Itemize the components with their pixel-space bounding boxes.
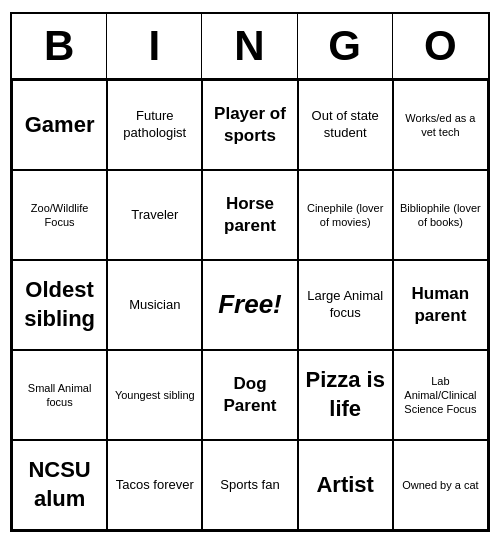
bingo-cell-1[interactable]: Future pathologist	[107, 80, 202, 170]
header-letter: I	[107, 14, 202, 78]
bingo-cell-23[interactable]: Artist	[298, 440, 393, 530]
header-letter: O	[393, 14, 488, 78]
bingo-header: BINGO	[12, 14, 488, 80]
bingo-cell-9[interactable]: Bibliophile (lover of books)	[393, 170, 488, 260]
bingo-cell-17[interactable]: Dog Parent	[202, 350, 297, 440]
bingo-cell-8[interactable]: Cinephile (lover of movies)	[298, 170, 393, 260]
bingo-cell-6[interactable]: Traveler	[107, 170, 202, 260]
bingo-cell-0[interactable]: Gamer	[12, 80, 107, 170]
bingo-cell-19[interactable]: Lab Animal/Clinical Science Focus	[393, 350, 488, 440]
header-letter: B	[12, 14, 107, 78]
bingo-cell-2[interactable]: Player of sports	[202, 80, 297, 170]
bingo-cell-12[interactable]: Free!	[202, 260, 297, 350]
bingo-cell-24[interactable]: Owned by a cat	[393, 440, 488, 530]
bingo-cell-18[interactable]: Pizza is life	[298, 350, 393, 440]
bingo-cell-4[interactable]: Works/ed as a vet tech	[393, 80, 488, 170]
bingo-cell-16[interactable]: Youngest sibling	[107, 350, 202, 440]
bingo-cell-13[interactable]: Large Animal focus	[298, 260, 393, 350]
header-letter: N	[202, 14, 297, 78]
bingo-cell-5[interactable]: Zoo/Wildlife Focus	[12, 170, 107, 260]
bingo-cell-21[interactable]: Tacos forever	[107, 440, 202, 530]
bingo-cell-20[interactable]: NCSU alum	[12, 440, 107, 530]
header-letter: G	[298, 14, 393, 78]
bingo-cell-14[interactable]: Human parent	[393, 260, 488, 350]
bingo-card: BINGO GamerFuture pathologistPlayer of s…	[10, 12, 490, 532]
bingo-cell-22[interactable]: Sports fan	[202, 440, 297, 530]
bingo-cell-10[interactable]: Oldest sibling	[12, 260, 107, 350]
bingo-grid: GamerFuture pathologistPlayer of sportsO…	[12, 80, 488, 530]
bingo-cell-11[interactable]: Musician	[107, 260, 202, 350]
bingo-cell-3[interactable]: Out of state student	[298, 80, 393, 170]
bingo-cell-7[interactable]: Horse parent	[202, 170, 297, 260]
bingo-cell-15[interactable]: Small Animal focus	[12, 350, 107, 440]
